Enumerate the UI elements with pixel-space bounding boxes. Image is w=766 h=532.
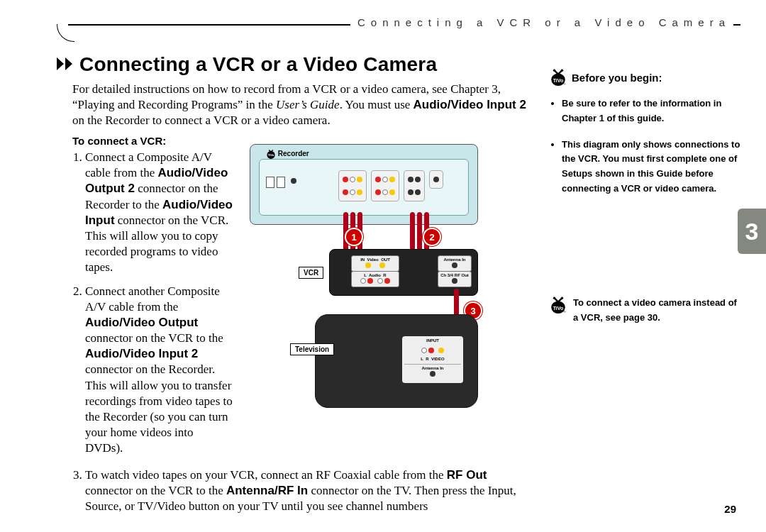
sidebar-bullet-2: This diagram only shows connections to t… [562, 138, 740, 196]
tv-device: Television INPUT L R VIDEO Antenna In [315, 314, 478, 408]
step-1: Connect a Composite A/V cable from the A… [85, 150, 234, 275]
vcr-label: VCR [299, 267, 323, 279]
step-2: Connect another Composite A/V cable from… [85, 284, 234, 456]
sidebar: TiVo® Before you begin: Be sure to refer… [550, 52, 740, 523]
running-head-curve [57, 24, 74, 42]
sidebar-note-camera: TiVo® To connect a video camera instead … [550, 296, 740, 326]
page-number: 29 [724, 503, 736, 515]
fast-forward-icon [57, 52, 75, 75]
sidebar-bullet-1: Be sure to refer to the information in C… [562, 96, 740, 126]
recorder-label: Recorder [278, 150, 309, 157]
svg-point-4 [561, 70, 563, 72]
svg-text:TiVo: TiVo [268, 154, 274, 157]
svg-point-8 [553, 297, 555, 299]
tivo-icon: TiVo® [550, 68, 566, 87]
svg-point-3 [553, 70, 555, 72]
cable-2 [410, 212, 415, 255]
running-head-text: Connecting a VCR or a Video Camera [350, 16, 733, 28]
page-title: Connecting a VCR or a Video Camera [57, 52, 535, 76]
chapter-thumb-tab: 3 [738, 209, 766, 254]
recorder-device: TiVo Recorder [250, 144, 478, 225]
wiring-diagram: TiVo Recorder [244, 144, 485, 414]
tivo-icon: TiVo® [550, 296, 566, 314]
before-you-begin: Before you begin: [572, 72, 662, 84]
running-head: Connecting a VCR or a Video Camera [57, 14, 740, 40]
sidebar-bullets: Be sure to refer to the information in C… [550, 96, 740, 196]
main-column: Connecting a VCR or a Video Camera For d… [57, 52, 535, 523]
svg-text:TiVo: TiVo [553, 305, 564, 310]
svg-text:TiVo: TiVo [553, 78, 564, 83]
svg-text:®: ® [564, 82, 566, 86]
steps-list: Connect a Composite A/V cable from the A… [72, 150, 234, 456]
step-3: To watch video tapes on your VCR, connec… [85, 467, 535, 514]
svg-point-9 [561, 297, 563, 299]
page-title-text: Connecting a VCR or a Video Camera [79, 53, 437, 75]
television-label: Television [290, 343, 334, 355]
callout-2: 2 [423, 228, 441, 246]
intro-paragraph: For detailed instructions on how to reco… [72, 82, 535, 128]
svg-text:®: ® [564, 310, 566, 314]
